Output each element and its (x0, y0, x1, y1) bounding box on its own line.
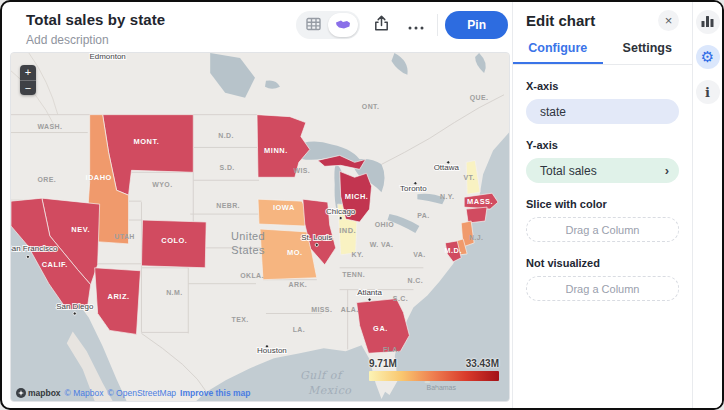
map-attribution: mapbox © Mapbox © OpenStreetMap Improve … (16, 388, 251, 398)
bar-chart-icon (701, 15, 714, 30)
chart-toolbar: Pin (296, 11, 510, 39)
region-label: WASH. (37, 123, 62, 130)
close-panel-button[interactable]: × (658, 10, 679, 31)
not-visualized-dropzone[interactable]: Drag a Column (526, 276, 679, 301)
city-label: Toronto (400, 184, 427, 193)
state-label: IDAHO (85, 173, 112, 182)
region-label: FLA. (383, 346, 400, 353)
region-label: VA. (413, 251, 425, 258)
state-conn-ri[interactable] (466, 207, 487, 223)
viz-type-switcher (296, 11, 360, 39)
city-dot (26, 255, 29, 258)
map-visualization: WASH.ORE.WYO.UTAHN.D.S.D.NEBR.N.M.OKLA.A… (10, 52, 510, 402)
state-label: MINN. (264, 146, 288, 155)
share-icon (373, 15, 390, 35)
main-area: Total sales by state Add description (2, 2, 512, 408)
city-label: Ottawa (434, 163, 460, 172)
state-label: MO. (287, 248, 303, 257)
city-label: Atlanta (357, 288, 382, 297)
region-label: KY. (352, 251, 364, 258)
region-label: ARK. (289, 281, 308, 288)
y-axis-field-pill[interactable]: Total sales › (526, 158, 679, 183)
region-label: ONT. (362, 103, 379, 110)
mapbox-logo-icon (16, 388, 26, 398)
gulf-label-line1: Gulf of (300, 369, 344, 382)
tab-configure[interactable]: Configure (513, 41, 603, 64)
region-label: MISS. (311, 307, 332, 314)
state-label: ARIZ. (108, 292, 130, 301)
region-label: N.M. (166, 289, 182, 296)
info-icon: i (705, 86, 710, 99)
share-button[interactable] (367, 11, 395, 39)
header-titles: Total sales by state Add description (26, 11, 165, 47)
info-button[interactable]: i (696, 80, 720, 104)
not-visualized-label: Not visualized (526, 257, 679, 269)
region-label: N.J. (469, 234, 483, 241)
osm-copyright-link[interactable]: © OpenStreetMap (107, 388, 176, 398)
region-label: OHIO (375, 221, 395, 228)
visualization-button[interactable] (696, 10, 720, 34)
slice-with-color-label: Slice with color (526, 198, 679, 210)
city-label: Chicago (326, 207, 356, 216)
region-label: N.D. (218, 132, 234, 139)
state-label: IOWA (273, 203, 295, 212)
legend-min: 9.71M (369, 358, 397, 369)
slice-with-color-dropzone[interactable]: Drag a Column (526, 217, 679, 242)
table-view-button[interactable] (298, 13, 328, 37)
edit-chart-panel: Edit chart × Configure Settings X-axis s… (512, 2, 692, 408)
chart-header: Total sales by state Add description (2, 2, 512, 52)
region-label: QUE. (470, 94, 489, 102)
x-axis-label: X-axis (526, 80, 679, 92)
app-window: Total sales by state Add description (0, 0, 724, 410)
map-view-button[interactable] (328, 13, 358, 37)
pin-button[interactable]: Pin (445, 11, 508, 39)
legend-max: 33.43M (466, 358, 499, 369)
city-label: Edmonton (89, 53, 125, 61)
settings-button[interactable]: ⚙ (696, 45, 720, 69)
state-label: MONT. (134, 137, 160, 146)
region-label: NEBR. (216, 202, 240, 209)
x-axis-field-pill[interactable]: state (526, 99, 679, 124)
region-label: VT. (464, 174, 475, 181)
gear-icon: ⚙ (701, 50, 714, 65)
description-placeholder[interactable]: Add description (26, 33, 165, 47)
region-label: S.C. (393, 295, 408, 302)
map-icon (335, 17, 351, 33)
region-label: S.D. (220, 164, 235, 171)
mapbox-copyright-link[interactable]: © Mapbox (65, 388, 104, 398)
improve-map-link[interactable]: Improve this map (180, 388, 250, 398)
ellipsis-icon (408, 18, 424, 33)
zoom-out-button[interactable]: − (20, 80, 36, 95)
state-label: MICH. (345, 192, 369, 201)
page-title[interactable]: Total sales by state (26, 11, 165, 28)
bahamas-label: Bahamas (427, 384, 457, 391)
chevron-right-icon: › (665, 164, 669, 177)
map-canvas[interactable]: WASH.ORE.WYO.UTAHN.D.S.D.NEBR.N.M.OKLA.A… (11, 53, 509, 401)
panel-tabs: Configure Settings (513, 41, 692, 65)
x-axis-field-name: state (540, 105, 566, 119)
state-label: M.D. (444, 246, 462, 255)
more-options-button[interactable] (402, 11, 430, 39)
region-label: ORE. (38, 176, 57, 183)
zoom-in-button[interactable]: + (20, 65, 36, 80)
region-label: W. VA. (370, 241, 394, 248)
state-label: COLO. (161, 236, 187, 245)
country-label-line1: United (231, 230, 265, 242)
city-dot (315, 243, 318, 246)
city-dot (339, 216, 342, 219)
region-label: N.Y. (440, 193, 454, 200)
tab-settings[interactable]: Settings (603, 41, 693, 64)
state-label: NEV. (71, 225, 90, 234)
region-label: LA. (293, 326, 305, 333)
city-label: St. Louis (301, 233, 332, 242)
city-label: San Diego (56, 302, 94, 311)
region-label: OKLA. (240, 272, 264, 279)
city-label: San Francisco (11, 244, 58, 253)
map-zoom-control: + − (20, 65, 36, 95)
legend-gradient-bar (369, 371, 499, 381)
mapbox-logo[interactable]: mapbox (16, 388, 61, 398)
region-label: WIS. (293, 167, 310, 174)
state-label: CALIF. (42, 260, 68, 269)
table-icon (306, 17, 321, 34)
region-label: N.C. (408, 277, 424, 284)
